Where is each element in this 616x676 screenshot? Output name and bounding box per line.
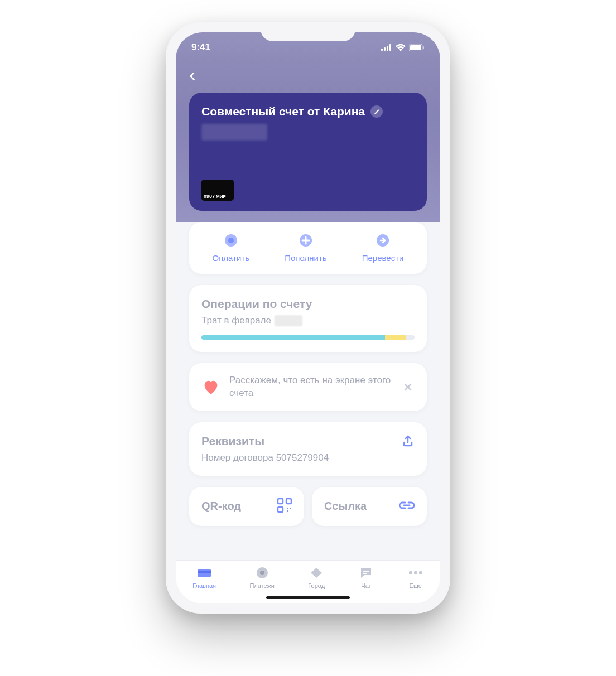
home-indicator bbox=[266, 596, 350, 599]
tip-text: Расскажем, что есть на экране этого счет… bbox=[229, 374, 392, 400]
operations-title: Операции по счету bbox=[201, 297, 415, 311]
phone-frame: 9:41 ‹ Совместный счет от Карина 0907 bbox=[166, 22, 450, 614]
svg-rect-5 bbox=[410, 45, 421, 50]
operations-subtitle: Трат в феврале bbox=[201, 315, 415, 326]
qr-link-row: QR-код Ссылка bbox=[189, 487, 427, 526]
svg-rect-24 bbox=[414, 571, 417, 574]
transfer-label: Перевести bbox=[362, 253, 404, 263]
action-pay[interactable]: Оплатить bbox=[213, 233, 250, 263]
nav-city[interactable]: Город bbox=[308, 566, 325, 589]
svg-rect-6 bbox=[423, 46, 424, 49]
link-card[interactable]: Ссылка bbox=[312, 487, 427, 526]
nav-payments-label: Платежи bbox=[249, 582, 275, 589]
nav-more[interactable]: Еще bbox=[408, 566, 424, 589]
nav-more-label: Еще bbox=[410, 582, 422, 589]
heart-icon bbox=[201, 378, 220, 397]
content-area: Оплатить Пополнить Перевести Операции по… bbox=[176, 222, 440, 560]
pay-label: Оплатить bbox=[213, 253, 250, 263]
home-icon bbox=[196, 566, 212, 580]
share-icon[interactable] bbox=[401, 434, 415, 450]
operations-card[interactable]: Операции по счету Трат в феврале bbox=[189, 285, 427, 352]
pay-icon bbox=[224, 233, 238, 248]
balance-masked bbox=[201, 124, 267, 141]
back-button[interactable]: ‹ bbox=[189, 65, 195, 84]
topup-label: Пополнить bbox=[285, 253, 326, 263]
details-subtitle: Номер договора 5075279904 bbox=[201, 452, 329, 463]
svg-rect-12 bbox=[286, 499, 291, 504]
svg-point-20 bbox=[260, 571, 264, 575]
close-icon[interactable] bbox=[401, 380, 415, 394]
actions-card: Оплатить Пополнить Перевести bbox=[189, 222, 427, 274]
svg-rect-3 bbox=[389, 44, 391, 51]
phone-notch bbox=[261, 22, 355, 41]
account-card[interactable]: Совместный счет от Карина 0907 МИР bbox=[189, 93, 427, 211]
svg-rect-18 bbox=[198, 571, 211, 573]
nav-home-label: Главная bbox=[192, 582, 216, 589]
svg-rect-1 bbox=[384, 47, 386, 51]
svg-rect-11 bbox=[278, 499, 283, 504]
svg-rect-17 bbox=[198, 569, 211, 577]
city-icon bbox=[309, 566, 324, 580]
svg-rect-21 bbox=[363, 571, 369, 572]
nav-payments[interactable]: Платежи bbox=[249, 566, 275, 589]
nav-chat-label: Чат bbox=[361, 582, 371, 589]
account-title: Совместный счет от Карина bbox=[201, 105, 365, 118]
svg-rect-15 bbox=[290, 508, 291, 509]
qr-card[interactable]: QR-код bbox=[189, 487, 304, 526]
card-last4: 0907 bbox=[204, 194, 215, 199]
svg-rect-22 bbox=[363, 573, 367, 574]
edit-icon[interactable] bbox=[370, 105, 383, 118]
svg-rect-2 bbox=[387, 46, 388, 51]
linked-card[interactable]: 0907 МИР bbox=[201, 180, 234, 201]
nav-home[interactable]: Главная bbox=[192, 566, 216, 589]
topup-icon bbox=[299, 233, 313, 248]
progress-segment-1 bbox=[201, 335, 385, 340]
status-indicators bbox=[381, 44, 425, 51]
details-title: Реквизиты bbox=[201, 434, 329, 448]
svg-rect-16 bbox=[287, 510, 288, 512]
svg-point-8 bbox=[228, 238, 234, 243]
progress-segment-2 bbox=[385, 335, 406, 340]
card-system: МИР bbox=[216, 194, 226, 199]
battery-icon bbox=[409, 44, 425, 51]
link-title: Ссылка bbox=[324, 500, 367, 513]
spend-amount-masked bbox=[275, 315, 302, 326]
link-icon bbox=[399, 501, 415, 512]
tip-card[interactable]: Расскажем, что есть на экране этого счет… bbox=[189, 363, 427, 411]
details-card[interactable]: Реквизиты Номер договора 5075279904 bbox=[189, 422, 427, 476]
phone-screen: 9:41 ‹ Совместный счет от Карина 0907 bbox=[176, 32, 440, 603]
payments-icon bbox=[254, 566, 270, 580]
svg-rect-23 bbox=[409, 571, 412, 574]
transfer-icon bbox=[376, 233, 390, 248]
chat-icon bbox=[358, 566, 374, 580]
qr-title: QR-код bbox=[201, 500, 241, 513]
action-topup[interactable]: Пополнить bbox=[285, 233, 326, 263]
svg-rect-13 bbox=[278, 507, 283, 512]
signal-icon bbox=[381, 44, 392, 51]
action-transfer[interactable]: Перевести bbox=[362, 233, 404, 263]
nav-city-label: Город bbox=[308, 582, 325, 589]
status-time: 9:41 bbox=[191, 42, 210, 53]
nav-chat[interactable]: Чат bbox=[358, 566, 374, 589]
account-title-row: Совместный счет от Карина bbox=[201, 105, 415, 118]
svg-rect-14 bbox=[287, 508, 288, 509]
more-icon bbox=[408, 566, 424, 580]
spend-progress-bar bbox=[201, 335, 415, 340]
wifi-icon bbox=[396, 44, 406, 51]
svg-rect-25 bbox=[419, 571, 422, 574]
qr-icon bbox=[277, 498, 292, 515]
svg-rect-0 bbox=[381, 49, 383, 51]
